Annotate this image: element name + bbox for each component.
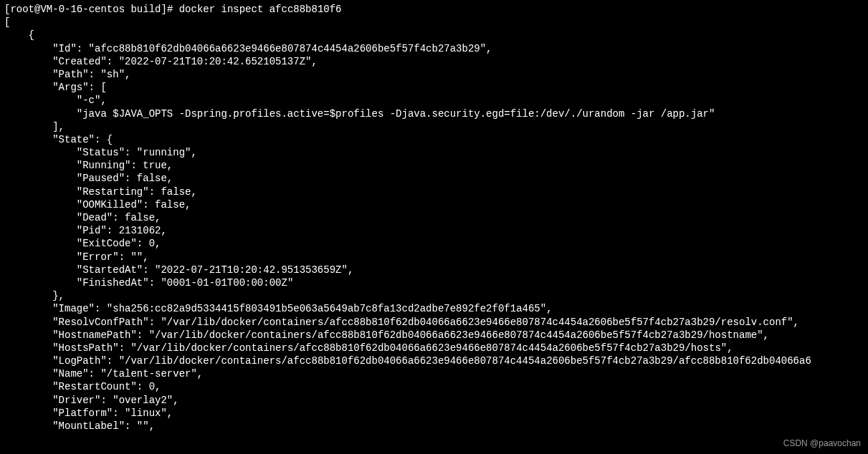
field-arg-0: -c xyxy=(82,95,95,106)
terminal-output[interactable]: [root@VM-0-16-centos build]# docker insp… xyxy=(0,0,868,435)
field-oomkilled: false xyxy=(155,199,185,211)
field-platform: linux xyxy=(130,407,161,419)
field-paused: false xyxy=(137,173,167,184)
field-running: true xyxy=(143,160,167,171)
field-pid: 2131062 xyxy=(119,225,161,236)
shell-prompt: [root@VM-0-16-centos build]# xyxy=(4,4,173,15)
field-created: 2022-07-21T10:20:42.652105137Z xyxy=(125,56,305,67)
field-dead: false xyxy=(125,212,155,223)
field-hostspath: /var/lib/docker/containers/afcc88b810f62… xyxy=(137,342,721,354)
field-name: /talent-server xyxy=(107,368,191,380)
field-logpath: /var/lib/docker/containers/afcc88b810f62… xyxy=(125,355,811,367)
field-status: running xyxy=(143,147,185,158)
field-arg-1: java $JAVA_OPTS -Dspring.profiles.active… xyxy=(82,108,709,120)
field-finishedat: 0001-01-01T00:00:00Z xyxy=(167,277,287,289)
field-image: sha256:cc82a9d5334415f803491b5e063a5649a… xyxy=(113,303,540,314)
field-path: sh xyxy=(107,69,119,80)
command-text: docker inspect afcc88b810f6 xyxy=(179,4,342,15)
watermark-text: CSDN @paavochan xyxy=(783,438,861,450)
field-id: afcc88b810f62db04066a6623e9466e807874c44… xyxy=(95,43,480,54)
field-hostnamepath: /var/lib/docker/containers/afcc88b810f62… xyxy=(155,329,757,341)
field-exitcode: 0 xyxy=(149,238,155,249)
field-restarting: false xyxy=(161,186,191,198)
field-startedat: 2022-07-21T10:20:42.951353659Z xyxy=(161,264,341,276)
field-resolvconfpath: /var/lib/docker/containers/afcc88b810f62… xyxy=(167,317,787,328)
field-restartcount: 0 xyxy=(149,381,155,392)
field-driver: overlay2 xyxy=(119,395,167,406)
